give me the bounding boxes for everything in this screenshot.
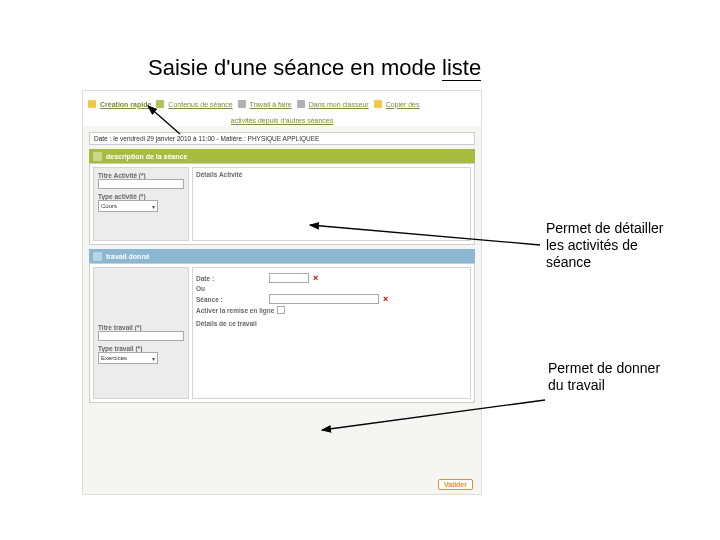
section-travail-header: travail donné — [89, 249, 475, 263]
section-travail-title: travail donné — [106, 253, 150, 260]
star-icon — [88, 100, 96, 108]
section-description-title: description de la séance — [106, 153, 187, 160]
link-contents[interactable]: Contenus de séance — [168, 101, 232, 108]
details-travail-label: Détails de ce travail — [196, 320, 257, 327]
input-activity-title[interactable] — [98, 179, 184, 189]
label-activity-title: Titre Activité (*) — [98, 172, 184, 179]
label-date: Date : — [196, 275, 266, 282]
page-icon — [156, 100, 164, 108]
annotation-1: Permet de détailler les activités de séa… — [546, 220, 676, 270]
label-activity-type: Type activité (*) — [98, 193, 184, 200]
folder-icon — [297, 100, 305, 108]
validate-button[interactable]: Valider — [438, 479, 473, 490]
panel-travail-details: Date : × Ou Séance : × Activer la remise… — [192, 267, 471, 399]
date-text: Date : le vendredi 29 janvier 2010 à 11:… — [94, 135, 319, 142]
homework-icon — [238, 100, 246, 108]
link-homework[interactable]: Travail à faire — [250, 101, 292, 108]
details-activity-label: Détails Activité — [196, 171, 242, 178]
link-creation-rapide[interactable]: Création rapide — [100, 101, 151, 108]
input-seance[interactable] — [269, 294, 379, 304]
link-copy[interactable]: Copier des — [386, 101, 420, 108]
toolbar: Création rapide Contenus de séance Trava… — [83, 91, 481, 117]
validate-row: Valider — [438, 479, 473, 490]
clear-date-icon[interactable]: × — [312, 273, 319, 283]
title-prefix: Saisie d'une séance en mode — [148, 55, 442, 80]
date-bar: Date : le vendredi 29 janvier 2010 à 11:… — [89, 132, 475, 145]
checkbox-online[interactable] — [277, 306, 285, 314]
panel-description-left: Titre Activité (*) Type activité (*) Cou… — [93, 167, 189, 241]
label-travail-title: Titre travail (*) — [98, 324, 184, 331]
label-seance: Séance : — [196, 296, 266, 303]
chevron-down-icon: ▾ — [152, 203, 155, 210]
section-description-header: description de la séance — [89, 149, 475, 163]
description-icon — [93, 152, 102, 161]
select-travail-type[interactable]: Exercices ▾ — [98, 352, 158, 364]
app-screenshot: Création rapide Contenus de séance Trava… — [82, 90, 482, 495]
page-title: Saisie d'une séance en mode liste — [148, 55, 481, 81]
link-classroom[interactable]: Dans mon classeur — [309, 101, 369, 108]
chevron-down-icon: ▾ — [152, 355, 155, 362]
select-activity-type[interactable]: Cours ▾ — [98, 200, 158, 212]
panel-description-details: Détails Activité — [192, 167, 471, 241]
panel-description: Titre Activité (*) Type activité (*) Cou… — [89, 163, 475, 245]
annotation-2: Permet de donner du travail — [548, 360, 678, 394]
select-activity-type-value: Cours — [101, 203, 117, 209]
panel-travail-left: Titre travail (*) Type travail (*) Exerc… — [93, 267, 189, 399]
link-copy-sub[interactable]: activités depuis d'autres séances — [83, 117, 481, 126]
label-ou: Ou — [196, 285, 266, 292]
label-travail-type: Type travail (*) — [98, 345, 184, 352]
title-underlined: liste — [442, 55, 481, 81]
panel-travail: Titre travail (*) Type travail (*) Exerc… — [89, 263, 475, 403]
select-travail-type-value: Exercices — [101, 355, 127, 361]
clear-seance-icon[interactable]: × — [382, 294, 389, 304]
input-travail-title[interactable] — [98, 331, 184, 341]
label-online: Activer la remise en ligne — [196, 307, 274, 314]
travail-icon — [93, 252, 102, 261]
input-date[interactable] — [269, 273, 309, 283]
copy-icon — [374, 100, 382, 108]
